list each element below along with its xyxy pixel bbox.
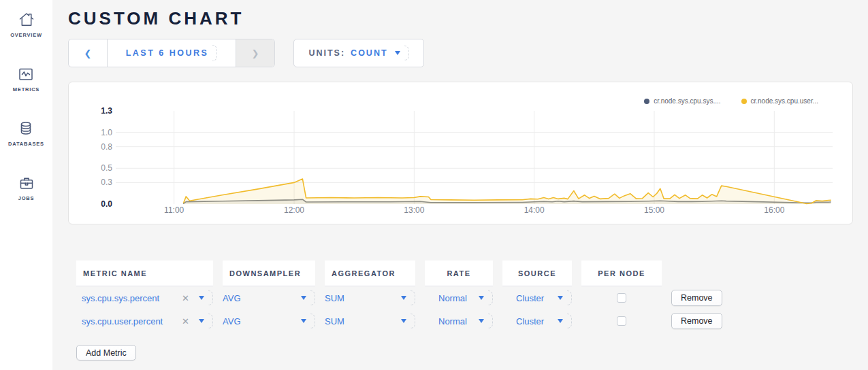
dashed-outline	[488, 314, 493, 329]
chevron-down-icon	[301, 296, 306, 300]
chevron-down-icon	[558, 296, 563, 300]
svg-text:1.3: 1.3	[101, 106, 112, 116]
chevron-right-icon: ❯	[252, 48, 259, 58]
add-metric-button[interactable]: Add Metric	[76, 345, 136, 360]
aggregator-select[interactable]: SUM	[325, 314, 415, 329]
chart-panel: cr.node.sys.cpu.sys.... cr.node.sys.cpu.…	[68, 82, 853, 224]
metric-row: sys.cpu.user.percent ✕ AVG SUM	[76, 309, 853, 333]
dashed-outline	[208, 290, 213, 305]
table-header-row: METRIC NAME DOWNSAMPLER AGGREGATOR RATE …	[76, 260, 853, 286]
col-header-source: SOURCE	[502, 260, 572, 286]
chevron-down-icon	[395, 51, 400, 55]
legend-label: cr.node.sys.cpu.user...	[751, 97, 819, 105]
chart-controls: ❮ LAST 6 HOURS ❯ UNITS: COUNT	[68, 39, 853, 67]
jobs-icon	[18, 174, 35, 192]
col-header-rate: RATE	[425, 260, 493, 286]
metrics-table: METRIC NAME DOWNSAMPLER AGGREGATOR RATE …	[68, 260, 853, 360]
svg-text:0.5: 0.5	[101, 163, 112, 173]
svg-text:15:00: 15:00	[644, 205, 664, 215]
rate-value: Normal	[438, 293, 467, 303]
page-title: CUSTOM CHART	[68, 8, 853, 29]
legend-dot-icon	[741, 99, 747, 104]
per-node-checkbox[interactable]	[617, 316, 626, 326]
source-value: Cluster	[516, 316, 544, 326]
metric-row: sys.cpu.sys.percent ✕ AVG SUM	[76, 286, 853, 309]
metrics-icon	[17, 65, 35, 83]
col-header-metric-name: METRIC NAME	[76, 260, 213, 286]
clear-icon[interactable]: ✕	[182, 293, 189, 303]
rate-select[interactable]: Normal	[425, 314, 493, 329]
chevron-down-icon	[401, 319, 406, 323]
chevron-down-icon	[479, 296, 484, 300]
metric-name-value: sys.cpu.sys.percent	[82, 293, 159, 303]
downsampler-select[interactable]: AVG	[223, 290, 315, 305]
legend-dot-icon	[644, 99, 649, 104]
svg-text:11:00: 11:00	[164, 205, 184, 215]
legend-item-sys[interactable]: cr.node.sys.cpu.sys....	[644, 97, 720, 105]
dashed-outline	[310, 290, 315, 305]
legend-label: cr.node.sys.cpu.sys....	[654, 97, 720, 105]
source-select[interactable]: Cluster	[502, 314, 572, 329]
clear-icon[interactable]: ✕	[182, 316, 189, 326]
col-header-downsampler: DOWNSAMPLER	[223, 260, 315, 286]
chevron-down-icon	[199, 296, 204, 300]
main-content: CUSTOM CHART ❮ LAST 6 HOURS ❯ UNITS: COU…	[52, 0, 868, 360]
svg-text:0.3: 0.3	[101, 178, 112, 187]
svg-text:0.0: 0.0	[101, 199, 112, 209]
col-header-aggregator: AGGREGATOR	[325, 260, 415, 286]
downsampler-value: AVG	[223, 293, 241, 303]
time-range-selector: ❮ LAST 6 HOURS ❯	[68, 39, 275, 67]
metric-name-select[interactable]: sys.cpu.user.percent ✕	[76, 314, 213, 329]
chart-legend: cr.node.sys.cpu.sys.... cr.node.sys.cpu.…	[644, 97, 818, 105]
sidebar-item-label: METRICS	[13, 86, 39, 92]
svg-text:12:00: 12:00	[284, 205, 304, 215]
metric-name-select[interactable]: sys.cpu.sys.percent ✕	[76, 290, 213, 305]
dashed-outline	[411, 290, 415, 305]
svg-text:14:00: 14:00	[524, 205, 545, 215]
sidebar-item-overview[interactable]: OVERVIEW	[10, 11, 42, 38]
time-range-value: LAST 6 HOURS	[126, 48, 209, 58]
sidebar: OVERVIEW METRICS DATABASES JOBS	[0, 0, 52, 370]
aggregator-value: SUM	[325, 293, 344, 303]
dashed-outline	[411, 314, 415, 329]
sidebar-item-label: JOBS	[18, 195, 35, 201]
rate-value: Normal	[438, 316, 467, 326]
chevron-down-icon	[301, 319, 306, 323]
dashed-outline	[567, 314, 572, 329]
aggregator-value: SUM	[325, 316, 344, 326]
sidebar-item-label: DATABASES	[8, 141, 44, 147]
units-dropdown[interactable]: UNITS: COUNT	[293, 39, 424, 67]
chevron-down-icon	[199, 319, 204, 323]
source-select[interactable]: Cluster	[502, 290, 572, 305]
remove-metric-button[interactable]: Remove	[671, 313, 722, 329]
time-range-dropdown[interactable]: LAST 6 HOURS	[108, 39, 236, 67]
time-next-button-disabled[interactable]: ❯	[236, 39, 274, 67]
dashed-outline	[404, 46, 409, 61]
metric-name-value: sys.cpu.user.percent	[82, 316, 163, 326]
downsampler-select[interactable]: AVG	[223, 314, 315, 329]
dashed-outline	[567, 290, 572, 305]
svg-text:13:00: 13:00	[404, 205, 424, 215]
sidebar-item-jobs[interactable]: JOBS	[18, 174, 35, 201]
downsampler-value: AVG	[223, 316, 241, 326]
col-header-per-node: PER NODE	[581, 260, 662, 286]
aggregator-select[interactable]: SUM	[325, 290, 415, 305]
chevron-down-icon	[401, 296, 406, 300]
sidebar-item-databases[interactable]: DATABASES	[8, 120, 44, 147]
dashed-outline	[488, 290, 493, 305]
databases-icon	[17, 120, 35, 137]
remove-metric-button[interactable]: Remove	[671, 290, 722, 306]
home-icon	[18, 11, 35, 29]
svg-text:16:00: 16:00	[764, 205, 784, 215]
dashed-outline	[310, 314, 315, 329]
per-node-checkbox[interactable]	[617, 293, 626, 303]
sidebar-item-metrics[interactable]: METRICS	[13, 65, 39, 92]
chevron-down-icon	[558, 319, 563, 323]
sidebar-item-label: OVERVIEW	[10, 32, 42, 38]
svg-text:0.8: 0.8	[101, 142, 112, 152]
legend-item-user[interactable]: cr.node.sys.cpu.user...	[741, 97, 819, 105]
time-prev-button[interactable]: ❮	[69, 39, 108, 67]
rate-select[interactable]: Normal	[425, 290, 493, 305]
chevron-down-icon	[479, 319, 484, 323]
dashed-outline	[208, 314, 213, 329]
